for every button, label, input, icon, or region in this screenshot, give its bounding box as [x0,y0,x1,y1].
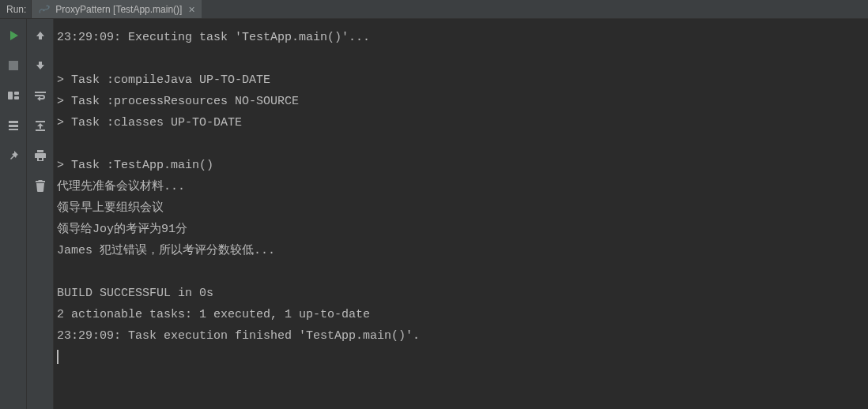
step-up-icon[interactable] [32,27,49,44]
gradle-elephant-icon [38,3,51,16]
trash-icon[interactable] [32,177,49,194]
pin-icon[interactable] [5,147,22,164]
layout2-icon[interactable] [5,117,22,134]
run-icon[interactable] [5,27,22,44]
svg-rect-0 [9,61,18,70]
print-icon[interactable] [32,147,49,164]
console-toolbar [27,19,54,409]
run-config-tab-label: ProxyPattern [TestApp.main()] [55,4,182,15]
stop-icon[interactable] [5,57,22,74]
svg-rect-3 [14,96,19,99]
close-icon[interactable]: × [187,4,196,15]
wrap-icon[interactable] [32,87,49,104]
run-label: Run: [0,0,32,18]
run-config-tab[interactable]: ProxyPattern [TestApp.main()] × [32,0,201,18]
console-output[interactable]: 23:29:09: Executing task 'TestApp.main()… [54,19,868,409]
caret [57,350,58,364]
svg-rect-2 [14,92,19,95]
layout-icon[interactable] [5,87,22,104]
svg-rect-6 [9,129,18,130]
step-down-icon[interactable] [32,57,49,74]
run-tool-header: Run: ProxyPattern [TestApp.main()] × [0,0,868,19]
left-toolbar [0,19,27,409]
scroll-end-icon[interactable] [32,117,49,134]
svg-rect-1 [8,92,13,99]
svg-rect-4 [9,121,18,123]
svg-rect-5 [9,125,18,127]
